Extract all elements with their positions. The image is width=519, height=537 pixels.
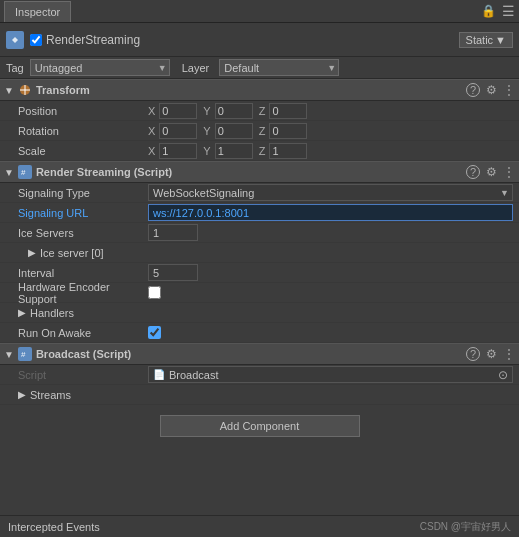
broadcast-script-circle-button[interactable]: ⊙ — [498, 368, 508, 382]
scale-x-group: X — [148, 143, 197, 159]
rotation-y-input[interactable] — [215, 123, 253, 139]
transform-section-header: ▼ Transform ? ⚙ ⋮ — [0, 79, 519, 101]
render-streaming-gear-icon[interactable]: ⚙ — [486, 165, 497, 179]
render-streaming-section-header: ▼ # Render Streaming (Script) ? ⚙ ⋮ — [0, 161, 519, 183]
rotation-row: Rotation X Y Z — [0, 121, 519, 141]
scale-z-input[interactable] — [269, 143, 307, 159]
render-streaming-collapse-arrow[interactable]: ▼ — [4, 167, 14, 178]
layer-label: Layer — [182, 62, 210, 74]
signaling-type-row: Signaling Type WebSocketSignaling ▼ — [0, 183, 519, 203]
position-values: X Y Z — [148, 103, 513, 119]
broadcast-gear-icon[interactable]: ⚙ — [486, 347, 497, 361]
broadcast-script-name: Broadcast — [169, 369, 494, 381]
broadcast-menu-icon[interactable]: ⋮ — [503, 347, 515, 361]
handlers-collapse-arrow[interactable]: ▶ — [18, 307, 26, 318]
position-z-input[interactable] — [269, 103, 307, 119]
transform-gear-icon[interactable]: ⚙ — [486, 83, 497, 97]
rotation-z-input[interactable] — [269, 123, 307, 139]
rotation-label: Rotation — [18, 125, 148, 137]
signaling-url-row: Signaling URL — [0, 203, 519, 223]
menu-icon[interactable]: ☰ — [502, 3, 515, 19]
scale-z-label: Z — [259, 145, 266, 157]
broadcast-script-file-icon: 📄 — [153, 369, 165, 381]
transform-title: Transform — [36, 84, 466, 96]
run-on-awake-row: Run On Awake — [0, 323, 519, 343]
position-z-label: Z — [259, 105, 266, 117]
watermark: CSDN @宇宙好男人 — [420, 520, 511, 534]
tag-dropdown-wrapper: Untagged ▼ — [30, 59, 170, 76]
transform-collapse-arrow[interactable]: ▼ — [4, 85, 14, 96]
ice-server-item-row: ▶ Ice server [0] — [0, 243, 519, 263]
scale-x-label: X — [148, 145, 155, 157]
hw-encoder-checkbox[interactable] — [148, 286, 161, 299]
ice-servers-label: Ice Servers — [18, 227, 148, 239]
tag-label: Tag — [6, 62, 24, 74]
signaling-type-select[interactable]: WebSocketSignaling — [148, 184, 513, 201]
signaling-type-label: Signaling Type — [18, 187, 148, 199]
render-streaming-icon: # — [18, 165, 32, 179]
broadcast-script-row: Script 📄 Broadcast ⊙ — [0, 365, 519, 385]
scale-z-group: Z — [259, 143, 308, 159]
object-active-checkbox[interactable] — [30, 34, 42, 46]
add-component-button[interactable]: Add Component — [160, 415, 360, 437]
streams-collapse-arrow[interactable]: ▶ — [18, 389, 26, 400]
render-streaming-help-icon[interactable]: ? — [466, 165, 480, 179]
run-on-awake-checkbox[interactable] — [148, 326, 161, 339]
transform-menu-icon[interactable]: ⋮ — [503, 83, 515, 97]
scale-y-input[interactable] — [215, 143, 253, 159]
streams-label: Streams — [30, 389, 71, 401]
svg-text:#: # — [21, 350, 26, 359]
scale-y-group: Y — [203, 143, 252, 159]
position-x-label: X — [148, 105, 155, 117]
transform-help-icon[interactable]: ? — [466, 83, 480, 97]
static-button[interactable]: Static ▼ — [459, 32, 513, 48]
broadcast-script-label: Script — [18, 369, 148, 381]
broadcast-icon: # — [18, 347, 32, 361]
tag-select[interactable]: Untagged — [30, 59, 170, 76]
handlers-label: Handlers — [30, 307, 74, 319]
broadcast-collapse-arrow[interactable]: ▼ — [4, 349, 14, 360]
layer-select[interactable]: Default — [219, 59, 339, 76]
streams-row: ▶ Streams — [0, 385, 519, 405]
hw-encoder-label: Hardware Encoder Support — [18, 281, 148, 305]
broadcast-actions: ? ⚙ ⋮ — [466, 347, 515, 361]
render-streaming-title: Render Streaming (Script) — [36, 166, 466, 178]
tab-bar: Inspector 🔒 ☰ — [0, 0, 519, 23]
interval-input[interactable] — [148, 264, 198, 281]
ice-server-item-label: Ice server [0] — [40, 247, 104, 259]
static-label: Static — [466, 34, 494, 46]
broadcast-script-value: 📄 Broadcast ⊙ — [148, 366, 513, 383]
position-y-input[interactable] — [215, 103, 253, 119]
render-streaming-menu-icon[interactable]: ⋮ — [503, 165, 515, 179]
signaling-type-dropdown-wrapper: WebSocketSignaling ▼ — [148, 184, 513, 201]
object-header: RenderStreaming Static ▼ — [0, 23, 519, 57]
object-icon — [6, 31, 24, 49]
add-component-area: Add Component — [0, 405, 519, 447]
ice-server-collapse-arrow[interactable]: ▶ — [28, 247, 36, 258]
status-text: Intercepted Events — [8, 521, 100, 533]
broadcast-help-icon[interactable]: ? — [466, 347, 480, 361]
position-x-group: X — [148, 103, 197, 119]
broadcast-title: Broadcast (Script) — [36, 348, 466, 360]
position-z-group: Z — [259, 103, 308, 119]
rotation-x-input[interactable] — [159, 123, 197, 139]
handlers-row: ▶ Handlers — [0, 303, 519, 323]
scale-row: Scale X Y Z — [0, 141, 519, 161]
ice-servers-input[interactable] — [148, 224, 198, 241]
ice-servers-row: Ice Servers — [0, 223, 519, 243]
scale-label: Scale — [18, 145, 148, 157]
interval-label: Interval — [18, 267, 148, 279]
lock-icon[interactable]: 🔒 — [481, 4, 496, 18]
transform-actions: ? ⚙ ⋮ — [466, 83, 515, 97]
static-arrow: ▼ — [495, 34, 506, 46]
position-x-input[interactable] — [159, 103, 197, 119]
inspector-tab[interactable]: Inspector — [4, 1, 71, 22]
signaling-url-input[interactable] — [148, 204, 513, 221]
tag-layer-row: Tag Untagged ▼ Layer Default ▼ — [0, 57, 519, 79]
rotation-x-label: X — [148, 125, 155, 137]
inspector-tab-label: Inspector — [15, 6, 60, 18]
transform-icon — [18, 83, 32, 97]
scale-x-input[interactable] — [159, 143, 197, 159]
position-row: Position X Y Z — [0, 101, 519, 121]
rotation-y-label: Y — [203, 125, 210, 137]
